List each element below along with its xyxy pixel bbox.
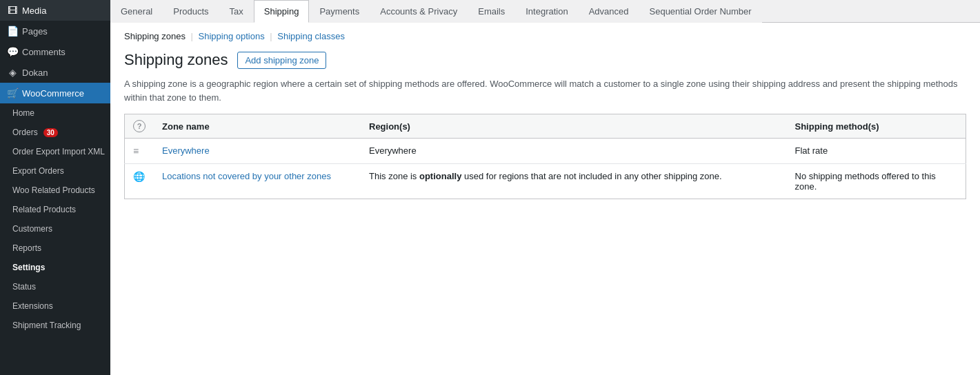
section-header: Shipping zones Add shipping zone [124,51,966,69]
section-title: Shipping zones [124,51,228,69]
sidebar-item-label: Extensions [12,301,53,311]
sidebar-item-orders[interactable]: Orders 30 [0,123,110,142]
sidebar-item-export-orders[interactable]: Export Orders [0,161,110,181]
sidebar-item-label: Media [22,6,46,16]
table-row: ≡ Everywhere Everywhere Flat rate [125,139,966,164]
subnav-sep-1: | [191,31,193,41]
sidebar-item-pages[interactable]: 📄 Pages [0,21,110,41]
sidebar-item-label: Dokan [22,68,48,78]
zone-region-cell: Everywhere [361,139,787,164]
col-header-zone-name: Zone name [154,114,361,139]
pages-icon: 📄 [7,26,18,37]
tab-integration[interactable]: Integration [515,0,578,23]
sidebar-item-reports[interactable]: Reports [0,239,110,258]
sidebar-item-comments[interactable]: 💬 Comments [0,41,110,62]
main-content: General Products Tax Shipping Payments A… [110,0,980,375]
sub-nav: Shipping zones | Shipping options | Ship… [124,31,966,41]
sidebar-item-media[interactable]: 🎞 Media [0,0,110,21]
sidebar-item-label: Customers [12,224,52,234]
sidebar-item-label: Related Products [12,205,76,214]
sidebar-item-label: Woo Related Products [12,185,95,195]
tab-advanced[interactable]: Advanced [579,0,639,23]
col-header-icon: ? [125,114,154,139]
sidebar-item-related-products[interactable]: Related Products [0,200,110,219]
content-area: Shipping zones | Shipping options | Ship… [110,23,980,207]
add-shipping-zone-button[interactable]: Add shipping zone [237,52,326,69]
globe-icon-cell: 🌐 [125,164,154,199]
subnav-link-shipping-classes[interactable]: Shipping classes [277,31,345,41]
sidebar-item-label: Reports [12,243,41,253]
comments-icon: 💬 [7,46,18,57]
zone-shipping-methods-cell: Flat rate [787,139,966,164]
subnav-current: Shipping zones [124,31,186,41]
dokan-icon: ◈ [7,67,18,78]
tabs-bar: General Products Tax Shipping Payments A… [110,0,980,23]
sidebar-item-woo-related-products[interactable]: Woo Related Products [0,181,110,200]
sidebar-item-extensions[interactable]: Extensions [0,296,110,316]
shipping-zones-table: ? Zone name Region(s) Shipping method(s)… [124,114,966,199]
sidebar-item-home[interactable]: Home [0,103,110,123]
drag-handle-icon[interactable]: ≡ [133,145,139,156]
globe-icon: 🌐 [133,171,145,182]
tab-products[interactable]: Products [163,0,219,23]
sidebar-item-label: Order Export Import XML [12,147,105,156]
sidebar-item-label: WooCommerce [22,88,84,99]
sidebar-item-shipment-tracking[interactable]: Shipment Tracking [0,316,110,335]
sidebar-item-label: Export Orders [12,166,64,176]
sidebar-item-label: Status [12,282,36,292]
sidebar-item-status[interactable]: Status [0,277,110,296]
sidebar-item-label: Shipment Tracking [12,321,81,330]
zone-name-cell: Everywhere [154,139,361,164]
col-header-regions: Region(s) [361,114,787,139]
sidebar-item-label: Comments [22,47,66,57]
sidebar-item-label: Orders [12,128,38,137]
sidebar-item-label: Pages [22,26,48,37]
sidebar-item-order-export-import[interactable]: Order Export Import XML [0,142,110,161]
woocommerce-icon: 🛒 [7,88,18,99]
subnav-sep-2: | [270,31,272,41]
tab-payments[interactable]: Payments [309,0,370,23]
subnav-link-shipping-options[interactable]: Shipping options [199,31,265,41]
sidebar-item-woocommerce[interactable]: 🛒 WooCommerce [0,83,110,103]
zone-region-cell: This zone is optionally used for regions… [361,164,787,199]
sidebar: 🎞 Media 📄 Pages 💬 Comments ◈ Dokan 🛒 Woo… [0,0,110,375]
sidebar-item-label: Settings [12,263,45,272]
tab-general[interactable]: General [110,0,163,23]
question-icon[interactable]: ? [133,120,146,132]
drag-handle-cell: ≡ [125,139,154,164]
zone-name-link-everywhere[interactable]: Everywhere [162,145,210,156]
tab-tax[interactable]: Tax [219,0,254,23]
tab-sequential-order-number[interactable]: Sequential Order Number [639,0,762,23]
sidebar-item-settings[interactable]: Settings [0,258,110,277]
sidebar-item-label: Home [12,108,34,118]
col-header-shipping-methods: Shipping method(s) [787,114,966,139]
sidebar-item-dokan[interactable]: ◈ Dokan [0,62,110,83]
media-icon: 🎞 [7,5,18,16]
orders-badge: 30 [43,128,58,137]
tab-accounts-privacy[interactable]: Accounts & Privacy [370,0,468,23]
sidebar-item-customers[interactable]: Customers [0,219,110,239]
zone-shipping-methods-cell: No shipping methods offered to this zone… [787,164,966,199]
tab-emails[interactable]: Emails [468,0,515,23]
zone-name-link-not-covered[interactable]: Locations not covered by your other zone… [162,171,331,181]
table-row: 🌐 Locations not covered by your other zo… [125,164,966,199]
zone-name-cell: Locations not covered by your other zone… [154,164,361,199]
section-description: A shipping zone is a geographic region w… [124,77,966,104]
tab-shipping[interactable]: Shipping [254,0,310,23]
